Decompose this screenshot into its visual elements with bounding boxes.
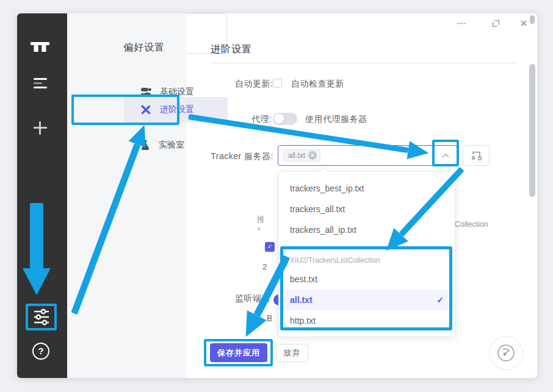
description-fragment: < [257, 225, 261, 232]
menu-item-label: 实验室 [159, 140, 184, 151]
menu-item-label: 进阶设置 [160, 104, 194, 115]
minimize-button[interactable] [454, 16, 469, 30]
preferences-tune-icon[interactable] [33, 308, 50, 326]
page-title: 进阶设置 [211, 43, 252, 56]
speed-limit-fab[interactable] [489, 336, 523, 370]
dropdown-option[interactable]: trackers_best_ip.txt [279, 178, 455, 199]
save-apply-button[interactable]: 保存并应用 [210, 343, 267, 362]
bt-label-fragment: B [267, 313, 272, 324]
speedometer-icon [497, 344, 515, 362]
auto-update-checkbox-label[interactable]: 自动检查更新 [291, 79, 344, 90]
discard-button[interactable]: 放弃 [276, 344, 308, 362]
sync-checkbox-fragment[interactable]: ✓ [265, 242, 275, 252]
dropdown-option[interactable]: best.txt [279, 269, 455, 290]
content-scrollbar[interactable] [529, 64, 535, 197]
dropdown-caret [319, 167, 328, 176]
dropdown-option[interactable]: http.txt [279, 310, 455, 331]
description-fragment: 推 [257, 214, 264, 224]
dropdown-option[interactable]: trackers_all_ip.txt [279, 219, 455, 240]
proxy-toggle-label[interactable]: 使用代理服务器 [305, 114, 367, 125]
dropdown-option[interactable]: trackers_all.txt [279, 199, 455, 219]
dropdown-divider [290, 246, 444, 246]
app-window: ? 偏好设置 基础设置 [17, 13, 537, 378]
toggle-knob [274, 114, 284, 124]
menu-item-label: 基础设置 [160, 87, 194, 98]
close-button[interactable]: ✕ [516, 16, 531, 30]
proxy-toggle[interactable] [273, 113, 297, 125]
tracker-dropdown: trackers_best_ip.txt trackers_all.txt tr… [278, 171, 455, 337]
selected-option-label: all.txt [290, 290, 313, 310]
preferences-panel: 偏好设置 基础设置 进阶设置 [67, 13, 186, 378]
auto-update-label: 自动更新: [235, 79, 273, 90]
help-icon[interactable]: ? [32, 343, 49, 360]
tracker-tag-label: all.txt [288, 151, 305, 160]
description-link-tail[interactable]: Collection [455, 220, 488, 229]
chevron-up-icon[interactable] [442, 154, 449, 158]
motrix-logo-icon [31, 42, 49, 52]
menu-item-advanced[interactable]: 进阶设置 [124, 97, 228, 123]
title-divider [211, 63, 516, 63]
app-sidebar: ? [17, 13, 67, 378]
basic-settings-icon [140, 87, 151, 98]
textarea-scrollbar[interactable] [530, 15, 535, 24]
dropdown-option-selected[interactable]: all.txt ✓ [279, 290, 455, 310]
dropdown-group-label: XIU2/TrackersListCollection [279, 252, 455, 269]
listen-port-label: 监听端口 [235, 293, 270, 304]
lab-flask-icon [140, 140, 150, 151]
hours-fragment: 2 [262, 262, 267, 271]
sync-trackers-button[interactable] [463, 145, 490, 166]
tag-close-icon[interactable]: ✕ [308, 151, 317, 160]
motrix-preferences-screen: ? 偏好设置 基础设置 [0, 0, 553, 392]
advanced-settings-icon [140, 104, 151, 115]
auto-update-checkbox[interactable] [273, 79, 282, 88]
maximize-button[interactable] [488, 16, 503, 30]
proxy-label: 代理: [251, 114, 272, 125]
check-icon: ✓ [436, 290, 444, 310]
tracker-select-input[interactable]: all.txt ✕ [278, 145, 457, 166]
preferences-title: 偏好设置 [123, 41, 165, 54]
tracker-tag: all.txt ✕ [283, 149, 320, 162]
tracker-label: Tracker 服务器: [211, 151, 273, 162]
